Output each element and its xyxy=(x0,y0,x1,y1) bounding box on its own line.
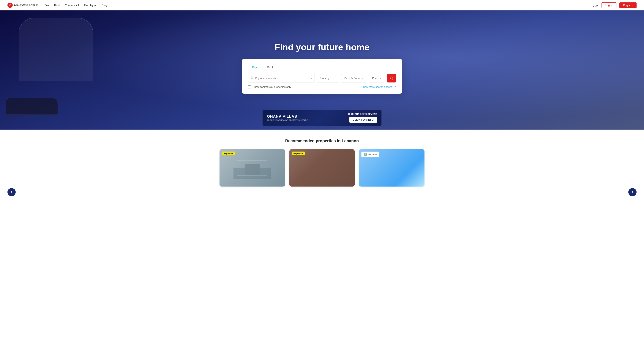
price-chevron-icon xyxy=(380,77,382,79)
hero-car-shape xyxy=(6,98,58,115)
property-card-2[interactable]: RayWhite xyxy=(290,149,355,187)
hero-title: Find your future home xyxy=(274,42,369,52)
city-input-wrap[interactable]: ▾ xyxy=(248,74,315,82)
more-options-button[interactable]: Show more search options xyxy=(362,85,396,88)
header-left: realestate.com.lb Buy Rent Commercial Fi… xyxy=(8,2,107,8)
search-button[interactable] xyxy=(387,74,396,82)
register-button[interactable]: Register xyxy=(620,2,636,8)
svg-line-6 xyxy=(392,79,393,80)
search-footer: Show commercial properties only Show mor… xyxy=(248,85,396,88)
nav-commercial[interactable]: Commercial xyxy=(65,4,79,7)
beds-chevron-icon xyxy=(362,77,364,79)
logo-icon xyxy=(8,2,13,8)
header: realestate.com.lb Buy Rent Commercial Fi… xyxy=(0,0,644,10)
logo[interactable]: realestate.com.lb xyxy=(8,2,38,8)
commercial-checkbox-label: Show commercial properties only xyxy=(253,85,291,88)
ad-logo-text: OHANA DEVELOPMENT xyxy=(351,113,377,115)
login-button[interactable]: Log in xyxy=(602,2,616,8)
tab-rent[interactable]: Rent xyxy=(263,64,277,70)
main-nav: Buy Rent Commercial Find Agent Blog xyxy=(44,4,107,7)
search-tabs: Buy Rent xyxy=(248,64,396,70)
nav-list: Buy Rent Commercial Find Agent Blog xyxy=(44,4,107,7)
recommended-title: Recommended properties in Lebanon xyxy=(8,138,636,143)
property-card-1[interactable]: RayWhite xyxy=(220,149,285,187)
ad-right: 🏗 OHANA DEVELOPMENT CLICK FOR INFO xyxy=(348,113,377,123)
nav-blog[interactable]: Blog xyxy=(102,4,107,7)
bottom-nav xyxy=(8,187,636,196)
more-options-chevron-icon xyxy=(394,86,396,88)
ad-left: OHANA VILLAS THE FIRST-OF-ITS-KIND PROJE… xyxy=(267,114,309,121)
property-label: Property ... xyxy=(320,77,332,80)
recommended-section: Recommended properties in Lebanon RayWhi… xyxy=(0,130,644,202)
prev-arrow-icon xyxy=(10,190,13,194)
tab-buy[interactable]: Buy xyxy=(248,64,261,70)
card-image-1: RayWhite xyxy=(220,149,285,187)
language-button[interactable]: عربي xyxy=(592,4,598,7)
header-right: عربي Log in Register xyxy=(592,2,636,8)
ad-banner[interactable]: OHANA VILLAS THE FIRST-OF-ITS-KIND PROJE… xyxy=(262,110,382,126)
search-icon xyxy=(251,76,254,80)
city-input[interactable] xyxy=(255,77,311,80)
card-image-3: 🏢 Real Estate xyxy=(359,149,424,187)
beds-baths-label: Beds & Baths xyxy=(344,77,360,80)
svg-rect-2 xyxy=(10,5,10,6)
agency-logo-icon: 🏢 xyxy=(363,152,367,156)
beds-baths-dropdown[interactable]: Beds & Baths xyxy=(341,74,367,82)
commercial-checkbox-wrap[interactable]: Show commercial properties only xyxy=(248,85,291,88)
next-arrow-button[interactable] xyxy=(628,188,636,196)
ad-logo-icon: 🏗 xyxy=(348,113,350,115)
search-box: Buy Rent ▾ Property ... xyxy=(242,59,402,94)
search-row: ▾ Property ... Beds & Baths Price xyxy=(248,74,396,82)
nav-buy[interactable]: Buy xyxy=(44,4,49,7)
next-arrow-icon xyxy=(631,190,634,194)
property-chevron-icon xyxy=(334,77,336,79)
hero-section: Find your future home Buy Rent ▾ Prope xyxy=(0,10,644,130)
card-image-2: RayWhite xyxy=(290,149,355,187)
svg-rect-9 xyxy=(245,164,260,175)
city-dropdown-icon: ▾ xyxy=(311,77,312,79)
card-badge-2: RayWhite xyxy=(292,152,305,155)
svg-line-4 xyxy=(253,78,254,79)
price-dropdown[interactable]: Price xyxy=(369,74,385,82)
card-badge-1: RayWhite xyxy=(222,152,235,155)
nav-rent[interactable]: Rent xyxy=(54,4,60,7)
ad-cta-button[interactable]: CLICK FOR INFO xyxy=(350,117,377,123)
property-dropdown[interactable]: Property ... xyxy=(316,74,339,82)
logo-text: realestate.com.lb xyxy=(14,3,38,7)
property-grid: RayWhite RayWhite 🏢 Real Estate xyxy=(220,149,424,187)
card-badge-3: 🏢 Real Estate xyxy=(361,152,379,157)
commercial-checkbox[interactable] xyxy=(248,85,251,88)
search-button-icon xyxy=(390,76,393,80)
ad-title: OHANA VILLAS xyxy=(267,114,309,119)
prev-arrow-button[interactable] xyxy=(8,188,16,196)
price-label: Price xyxy=(372,77,378,80)
more-options-label: Show more search options xyxy=(362,85,392,88)
hero-house-shape xyxy=(19,18,93,81)
ad-logo: 🏗 OHANA DEVELOPMENT xyxy=(348,113,377,115)
nav-find-agent[interactable]: Find Agent xyxy=(84,4,96,7)
ad-subtitle: THE FIRST-OF-ITS-KIND PROJECT IN LEBANON xyxy=(267,119,309,121)
property-card-3[interactable]: 🏢 Real Estate xyxy=(359,149,424,187)
